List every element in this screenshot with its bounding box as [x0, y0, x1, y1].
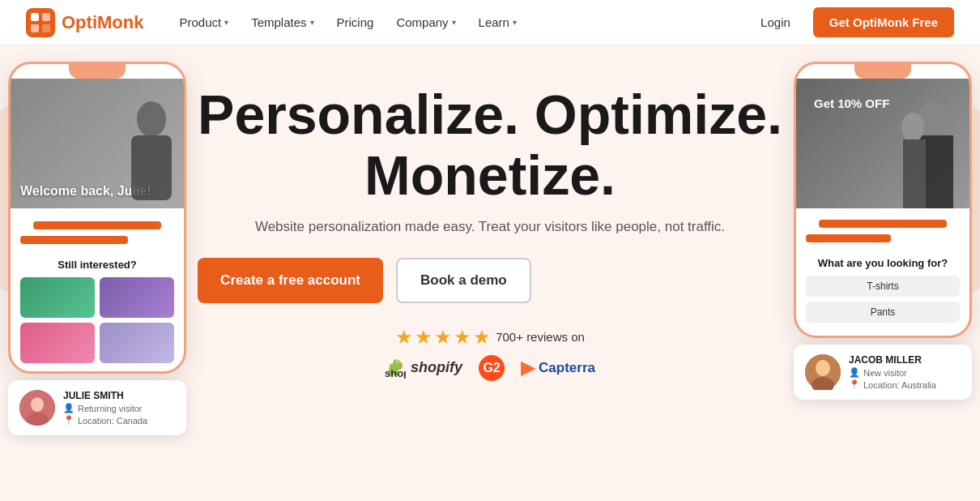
user-info-right: JACOB MILLER 👤 New visitor 📍 Location: A… — [849, 354, 961, 390]
nav-learn[interactable]: Learn ▾ — [469, 9, 526, 36]
phone-notch-right — [854, 64, 911, 79]
hero-subtext: Website personalization made easy. Treat… — [198, 219, 782, 235]
login-button[interactable]: Login — [751, 9, 800, 36]
svg-rect-2 — [42, 13, 50, 21]
phone-progress-bar-2 — [20, 236, 128, 244]
platforms-row: shopify shopify G2 ▶ Capterra — [385, 355, 595, 381]
nav-links: Product ▾ Templates ▾ Pricing Company ▾ … — [169, 9, 751, 36]
g2-logo: G2 — [479, 355, 505, 381]
user-avatar-left — [19, 390, 55, 426]
phone-content-right: What are you looking for? T-shirts Pants — [796, 249, 969, 336]
svg-rect-0 — [26, 8, 55, 37]
phone-discount-text: Get 10% OFF — [806, 88, 897, 118]
user-avatar-svg-left — [19, 390, 55, 426]
create-account-button[interactable]: Create a free account — [198, 258, 383, 303]
location-icon-left: 📍 — [63, 415, 75, 426]
reviews-text: 700+ reviews on — [496, 330, 585, 344]
shopify-wordmark: shopify — [411, 359, 462, 376]
logo-icon — [26, 8, 55, 37]
user-name-right: JACOB MILLER — [849, 354, 961, 366]
svg-rect-4 — [42, 24, 50, 32]
person-icon-right: 👤 — [849, 367, 860, 378]
phone-content-left: Still interested? — [11, 250, 184, 371]
person-silhouette-left — [119, 95, 184, 208]
nav-pricing[interactable]: Pricing — [327, 9, 384, 36]
phone-mockup-right: Get 10% OFF What are you looking for? T-… — [794, 62, 972, 400]
nav-company[interactable]: Company ▾ — [386, 9, 465, 36]
product-thumb-2 — [100, 277, 174, 318]
shopify-logo: shopify shopify — [385, 358, 462, 379]
star-2: ★ — [415, 326, 432, 349]
user-type-left: 👤 Returning visitor — [63, 403, 175, 413]
shopify-icon: shopify — [385, 358, 406, 379]
reviews-section: ★ ★ ★ ★ ★ 700+ reviews on shopify shopif… — [198, 326, 782, 381]
user-card-left: JULIE SMITH 👤 Returning visitor 📍 Locati… — [8, 380, 186, 435]
svg-point-8 — [31, 397, 44, 412]
product-thumb-1 — [20, 277, 95, 318]
phone-progress-bar — [33, 221, 161, 229]
user-avatar-svg-right — [805, 354, 841, 390]
phone-section-title: Still interested? — [20, 259, 174, 271]
hero-section: Welcome back, Julie! Still interested? — [0, 45, 980, 501]
phone-notch-left — [69, 64, 126, 79]
phone-bar-area-right — [796, 208, 969, 249]
phone-image-area-left: Welcome back, Julie! — [11, 79, 184, 208]
svg-rect-1 — [31, 13, 39, 21]
user-info-left: JULIE SMITH 👤 Returning visitor 📍 Locati… — [63, 390, 175, 426]
chevron-down-icon: ▾ — [513, 18, 517, 27]
nav-templates[interactable]: Templates ▾ — [241, 9, 323, 36]
user-card-right: JACOB MILLER 👤 New visitor 📍 Location: A… — [794, 345, 972, 400]
product-thumb-3 — [20, 323, 95, 363]
person-icon-left: 👤 — [63, 403, 75, 413]
chevron-down-icon: ▾ — [452, 18, 456, 27]
chevron-down-icon: ▾ — [224, 18, 228, 27]
user-location-left: 📍 Location: Canada — [63, 415, 175, 426]
capterra-wordmark: Capterra — [539, 360, 595, 376]
svg-rect-14 — [903, 139, 926, 208]
person-silhouette-right — [888, 95, 969, 208]
product-thumb-4 — [100, 323, 174, 363]
hero-headline: Personalize. Optimize. Monetize. — [198, 84, 782, 206]
star-1: ★ — [395, 326, 413, 349]
svg-point-16 — [816, 360, 830, 376]
hero-text-block: Personalize. Optimize. Monetize. Website… — [198, 84, 782, 381]
svg-rect-6 — [131, 135, 172, 200]
chevron-down-icon: ▾ — [310, 18, 314, 27]
star-4: ★ — [454, 326, 471, 349]
phone-bar-area — [11, 208, 184, 250]
logo[interactable]: OptiMonk — [26, 8, 143, 37]
phone-frame-right: Get 10% OFF What are you looking for? T-… — [794, 62, 972, 338]
product-grid — [20, 277, 174, 363]
svg-text:shopify: shopify — [385, 367, 406, 379]
navbar: OptiMonk Product ▾ Templates ▾ Pricing C… — [0, 0, 980, 45]
stars-row: ★ ★ ★ ★ ★ 700+ reviews on — [395, 326, 585, 349]
book-demo-button[interactable]: Book a demo — [396, 258, 531, 303]
capterra-logo: ▶ Capterra — [521, 358, 595, 379]
phone-image-area-right: Get 10% OFF — [796, 79, 969, 208]
phone-question-text: What are you looking for? — [806, 257, 960, 269]
nav-right: Login Get OptiMonk Free — [751, 7, 954, 37]
user-name-left: JULIE SMITH — [63, 390, 175, 401]
star-5: ★ — [473, 326, 491, 349]
user-type-right: 👤 New visitor — [849, 367, 961, 378]
tshirts-option[interactable]: T-shirts — [806, 276, 960, 297]
star-rating: ★ ★ ★ ★ ★ — [395, 326, 491, 349]
svg-rect-3 — [31, 24, 39, 32]
phone-mockup-left: Welcome back, Julie! Still interested? — [8, 62, 186, 435]
svg-point-13 — [901, 113, 924, 142]
nav-product[interactable]: Product ▾ — [169, 9, 238, 36]
get-free-button[interactable]: Get OptiMonk Free — [813, 7, 954, 37]
phone-frame-left: Welcome back, Julie! Still interested? — [8, 62, 186, 374]
svg-point-5 — [137, 101, 166, 137]
logo-wordmark: OptiMonk — [62, 12, 143, 33]
user-location-right: 📍 Location: Australia — [849, 379, 961, 390]
phone-progress-bar-right — [819, 220, 947, 228]
phone-progress-bar-right-2 — [806, 234, 891, 242]
hero-buttons: Create a free account Book a demo — [198, 258, 782, 303]
pants-option[interactable]: Pants — [806, 302, 960, 323]
user-avatar-right — [805, 354, 841, 390]
capterra-icon: ▶ — [521, 358, 535, 379]
location-icon-right: 📍 — [849, 379, 860, 390]
star-3: ★ — [434, 326, 452, 349]
